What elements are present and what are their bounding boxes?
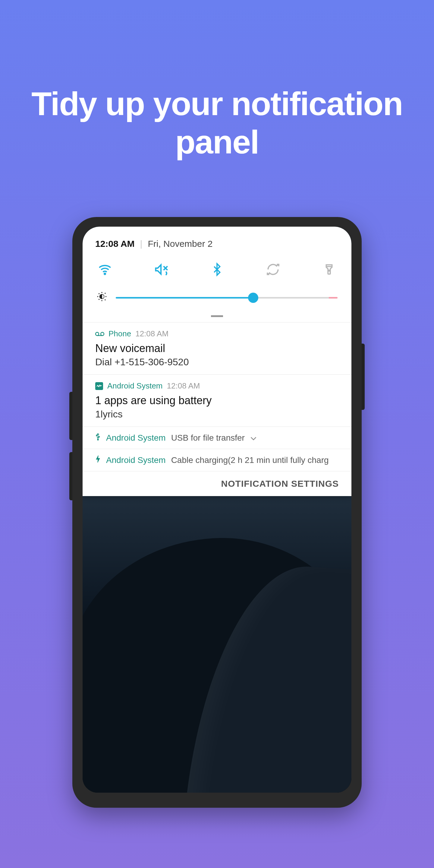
svg-point-0	[104, 273, 105, 275]
marketing-headline: Tidy up your notification panel	[0, 84, 434, 161]
notification-time: 12:08 AM	[167, 381, 200, 391]
svg-point-1	[329, 270, 330, 271]
brightness-thumb[interactable]	[248, 293, 258, 303]
notification-title: New voicemail	[95, 342, 339, 355]
auto-rotate-icon[interactable]	[265, 261, 281, 278]
chevron-down-icon[interactable]	[250, 433, 257, 443]
notification-message: USB for file transfer	[171, 433, 245, 443]
notification-app-label: Android System	[106, 456, 166, 465]
notification-voicemail[interactable]: Phone 12:08 AM New voicemail Dial +1-515…	[83, 322, 351, 374]
notification-usb[interactable]: Android System USB for file transfer	[83, 427, 351, 449]
wifi-icon[interactable]	[96, 261, 113, 278]
mute-vibrate-icon[interactable]	[153, 261, 169, 278]
system-icon	[95, 382, 103, 390]
notification-message: Cable charging(2 h 21 min until fully ch…	[171, 456, 329, 465]
notification-battery-apps[interactable]: Android System 12:08 AM 1 apps are using…	[83, 374, 351, 427]
bolt-icon	[95, 455, 101, 465]
phone-screen: 12:08 AM | Fri, November 2	[83, 227, 351, 793]
drag-handle[interactable]	[83, 310, 351, 322]
notification-settings-button[interactable]: NOTIFICATION SETTINGS	[83, 471, 351, 496]
svg-point-5	[97, 439, 98, 440]
notification-app-label: Phone	[108, 329, 131, 338]
svg-point-3	[96, 333, 99, 336]
status-bar: 12:08 AM | Fri, November 2	[83, 227, 351, 252]
notification-body: 1lyrics	[95, 409, 339, 420]
svg-point-4	[101, 333, 104, 336]
flashlight-icon[interactable]	[321, 261, 338, 278]
notification-charging[interactable]: Android System Cable charging(2 h 21 min…	[83, 449, 351, 471]
notification-time: 12:08 AM	[135, 329, 168, 338]
brightness-slider[interactable]	[116, 292, 338, 304]
notification-panel: 12:08 AM | Fri, November 2	[83, 227, 351, 496]
status-time: 12:08 AM	[95, 239, 135, 249]
auto-brightness-icon[interactable]	[96, 291, 107, 304]
notification-body: Dial +1-515-306-9520	[95, 356, 339, 368]
status-separator: |	[140, 239, 143, 249]
notification-app-label: Android System	[106, 433, 166, 443]
voicemail-icon	[95, 329, 104, 338]
notification-settings-label: NOTIFICATION SETTINGS	[221, 478, 339, 489]
notification-app-label: Android System	[107, 381, 163, 391]
bluetooth-icon[interactable]	[209, 261, 225, 278]
status-date: Fri, November 2	[148, 239, 213, 249]
brightness-row	[83, 283, 351, 310]
quick-settings-row	[83, 252, 351, 283]
usb-icon	[95, 433, 101, 443]
notification-title: 1 apps are using battery	[95, 394, 339, 407]
phone-frame: 12:08 AM | Fri, November 2	[72, 217, 362, 808]
